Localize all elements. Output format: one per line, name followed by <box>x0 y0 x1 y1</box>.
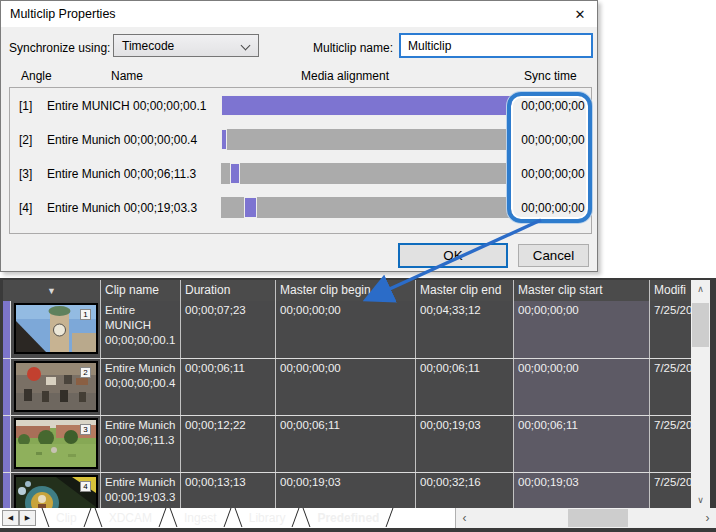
cell-master-clip-begin: 00;00;00;00 <box>276 359 416 415</box>
cell-duration: 00;00;07;23 <box>181 301 276 358</box>
media-alignment-bar <box>221 95 513 116</box>
tab-clip[interactable]: Clip <box>40 508 93 528</box>
dialog-title: Multiclip Properties <box>1 7 116 21</box>
media-alignment-bar <box>221 197 513 218</box>
thumbnail-cell: 4 <box>11 473 101 508</box>
multiclip-name-value: Multiclip <box>408 39 451 53</box>
tab-xdcam[interactable]: XDCAM <box>93 508 168 528</box>
bin-table-body: 1 Entire MUNICH 00;00;00;00.1 00;00;07;2… <box>3 301 691 508</box>
cell-master-clip-start: 00;00;19;03 <box>514 473 650 508</box>
thumbnail-cell: 2 <box>11 359 101 415</box>
cell-clip-name: Entire Munich 00;00;00;00.4 <box>101 359 181 415</box>
media-alignment-fill[interactable] <box>221 95 513 116</box>
cell-modified: 7/25/20 <box>650 301 691 358</box>
sync-time-value: 00;00;00;00 <box>513 201 593 215</box>
angle-number: [3] <box>19 167 32 181</box>
synchronize-using-label: Synchronize using: <box>9 41 110 55</box>
media-alignment-fill[interactable] <box>221 129 227 150</box>
clip-thumbnail-glockenspiel-figures: 4 <box>14 475 98 508</box>
sync-time-value: 00;00;00;00 <box>513 167 593 181</box>
cell-modified: 7/25/20 <box>650 359 691 415</box>
header-thumbnail-column[interactable]: ▼ <box>3 280 101 301</box>
cell-duration: 00;00;13;13 <box>181 473 276 508</box>
cell-master-clip-start: 00;00;00;00 <box>514 301 650 358</box>
thumbnail-cell: 1 <box>11 301 101 358</box>
cell-master-clip-end: 00;00;32;16 <box>416 473 514 508</box>
synchronize-using-value: Timecode <box>122 39 174 53</box>
tab-ingest[interactable]: Ingest <box>168 508 233 528</box>
media-alignment-bar <box>221 163 513 184</box>
media-alignment-bar <box>221 129 513 150</box>
column-header-sync-time: Sync time <box>524 69 577 83</box>
clip-thumbnail-street-market: 2 <box>14 361 98 412</box>
header-master-clip-end[interactable]: Master clip end <box>416 280 514 301</box>
row-select-strip <box>3 473 11 508</box>
table-row[interactable]: 1 Entire MUNICH 00;00;00;00.1 00;00;07;2… <box>3 301 691 358</box>
header-duration[interactable]: Duration <box>181 280 276 301</box>
column-header-angle: Angle <box>21 69 52 83</box>
close-icon[interactable]: ✕ <box>563 1 597 27</box>
angle-badge: 1 <box>80 309 91 320</box>
column-header-media-alignment: Media alignment <box>301 69 389 83</box>
media-alignment-fill[interactable] <box>244 197 257 218</box>
tab-scroll-next-icon[interactable]: ▶ <box>19 510 36 526</box>
tab-scroll-prev-icon[interactable]: ◀ <box>2 510 19 526</box>
header-master-clip-start[interactable]: Master clip start <box>514 280 650 301</box>
header-master-clip-begin[interactable]: Master clip begin <box>276 280 416 301</box>
synchronize-using-dropdown[interactable]: Timecode <box>113 34 259 57</box>
table-row[interactable]: 4 Entire Munich 00;00;19;03.3 00;00;13;1… <box>3 472 691 508</box>
scroll-up-icon[interactable]: ∧ <box>691 280 710 297</box>
horizontal-scrollbar-thumb[interactable] <box>568 509 628 527</box>
cancel-button[interactable]: Cancel <box>518 244 589 267</box>
vertical-scrollbar-thumb[interactable] <box>692 303 709 347</box>
cell-master-clip-start: 00;00;00;00 <box>514 359 650 415</box>
clip-thumbnail-city-park: 3 <box>14 418 98 469</box>
vertical-scrollbar[interactable]: ∧ ∨ <box>691 280 710 508</box>
angle-row-4: [4] Entire Munich 00;00;19;03.3 00;00;00… <box>9 197 592 219</box>
multiclip-name-input[interactable]: Multiclip <box>399 33 593 58</box>
angle-clip-name: Entire Munich 00;00;00;00.4 <box>47 133 197 147</box>
table-row[interactable]: 2 Entire Munich 00;00;00;00.4 00;00;06;1… <box>3 358 691 415</box>
scroll-left-icon[interactable]: ‹ <box>456 508 473 528</box>
cell-master-clip-end: 00;00;06;11 <box>416 359 514 415</box>
angle-clip-name: Entire MUNICH 00;00;00;00.1 <box>47 99 206 113</box>
cell-clip-name: Entire MUNICH 00;00;00;00.1 <box>101 301 181 358</box>
cell-modified: 7/25/20 <box>650 473 691 508</box>
sync-time-value: 00;00;00;00 <box>513 133 593 147</box>
table-row[interactable]: 3 Entire Munich 00;00;06;11.3 00;00;12;2… <box>3 415 691 472</box>
cell-master-clip-begin: 00;00;19;03 <box>276 473 416 508</box>
column-header-name: Name <box>111 69 143 83</box>
cell-duration: 00;00;12;22 <box>181 416 276 472</box>
ok-button[interactable]: OK <box>398 243 508 268</box>
cell-clip-name: Entire Munich 00;00;06;11.3 <box>101 416 181 472</box>
angle-badge: 2 <box>80 367 91 378</box>
cell-master-clip-end: 00;04;33;12 <box>416 301 514 358</box>
scroll-down-icon[interactable]: ∨ <box>691 491 710 508</box>
angle-row-1: [1] Entire MUNICH 00;00;00;00.1 00;00;00… <box>9 95 592 117</box>
angle-row-3: [3] Entire Munich 00;00;06;11.3 00;00;00… <box>9 163 592 185</box>
panel-bottom-edge <box>0 528 716 532</box>
clip-bin-panel: ▼ Clip name Duration Master clip begin M… <box>0 278 716 532</box>
bin-table-header: ▼ Clip name Duration Master clip begin M… <box>3 280 691 301</box>
row-select-strip <box>3 301 11 358</box>
cell-modified: 7/25/20 <box>650 416 691 472</box>
cell-master-clip-end: 00;00;19;03 <box>416 416 514 472</box>
angle-number: [2] <box>19 133 32 147</box>
scroll-right-icon[interactable]: › <box>699 508 716 528</box>
horizontal-scrollbar[interactable]: ‹ › <box>455 508 716 528</box>
clip-thumbnail-clock-tower: 1 <box>14 303 98 354</box>
angle-number: [1] <box>19 99 32 113</box>
cell-master-clip-begin: 00;00;06;11 <box>276 416 416 472</box>
chevron-down-icon <box>241 41 251 51</box>
media-alignment-fill[interactable] <box>230 163 240 184</box>
header-modified[interactable]: Modifi <box>650 280 691 301</box>
angle-clip-name: Entire Munich 00;00;19;03.3 <box>47 201 197 215</box>
multiclip-name-label: Multiclip name: <box>313 41 393 55</box>
tab-predefined[interactable]: Predefined <box>301 508 395 528</box>
sync-time-value: 00;00;00;00 <box>513 99 593 113</box>
header-clip-name[interactable]: Clip name <box>101 280 181 301</box>
angle-clip-name: Entire Munich 00;00;06;11.3 <box>47 167 196 181</box>
angle-number: [4] <box>19 201 32 215</box>
tab-library[interactable]: Library <box>233 508 302 528</box>
thumbnail-cell: 3 <box>11 416 101 472</box>
